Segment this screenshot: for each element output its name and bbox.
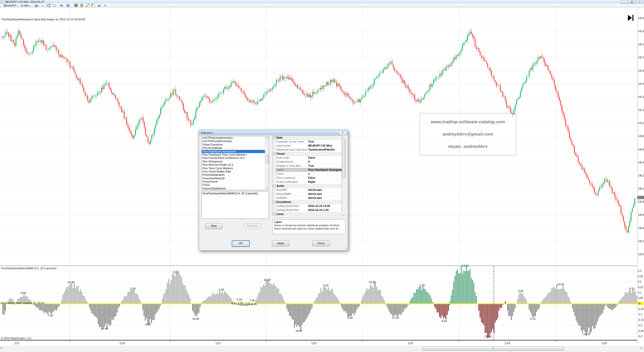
collapse-icon[interactable] <box>273 185 275 187</box>
scroll-up-icon[interactable] <box>265 136 269 140</box>
property-value[interactable]: 2010-12-23 14:00 <box>307 204 342 208</box>
scroll-right-arrow-icon[interactable] <box>641 347 642 349</box>
property-row[interactable]: Display in Data BoxTrue <box>273 164 342 168</box>
property-row[interactable]: SellWAVAlert2.wav <box>273 196 342 200</box>
property-group-row[interactable]: Exceptions <box>273 200 342 204</box>
indicator-list-item[interactable]: FuturesDashboard <box>202 187 269 190</box>
indicator-list-item[interactable]: Flux Fractal Pivot Confluence v4.2 <box>202 156 269 160</box>
property-value[interactable]: Right <box>307 180 342 184</box>
cursor-tool-button[interactable] <box>60 4 65 7</box>
property-row[interactable]: Scale justificationRight <box>273 180 342 184</box>
price-axis[interactable]: 142,60142,40142,20142,00141,80141,60141,… <box>637 8 644 346</box>
indicator-list-item[interactable]: ForexOracle <box>202 180 269 183</box>
property-value[interactable]: TwoHundredFiftySix <box>307 148 342 152</box>
property-value[interactable]: Flux Flashback Histograms <box>307 168 342 172</box>
scroll-down-icon[interactable] <box>265 186 269 190</box>
property-value[interactable]: Alert2.wav <box>307 188 342 192</box>
property-value[interactable]: Alert2.wav <box>307 196 342 200</box>
dialog-close-button[interactable] <box>339 131 347 135</box>
resize-grip[interactable] <box>345 247 347 250</box>
indicator-list-item[interactable]: eVoTPhtcomplementary <box>202 140 269 143</box>
apply-button[interactable]: Apply <box>272 240 290 246</box>
chart-region-button[interactable] <box>85 4 90 7</box>
property-group-row[interactable]: Data <box>273 136 342 140</box>
indicator-list-item[interactable]: FisherTransform <box>202 143 269 146</box>
collapse-icon[interactable] <box>273 213 275 215</box>
window-titlebar[interactable]: $EURJPY (15 Min) 2014-01-27 <box>0 0 644 4</box>
property-row[interactable]: Price marker(s)False <box>273 176 342 180</box>
indicator-list-item[interactable]: Flux Trend Stalker Elite <box>202 170 269 173</box>
property-value[interactable]: False <box>307 176 342 180</box>
property-row[interactable]: BuyWAVAlert2.wav <box>273 188 342 192</box>
property-group-row[interactable]: Visual <box>273 152 342 156</box>
bar-style-button[interactable] <box>34 4 39 7</box>
account-button[interactable] <box>91 4 96 7</box>
grid-view-button[interactable] <box>97 4 102 7</box>
indicator-list-item[interactable]: eVoTPhdcomplementary <box>202 136 269 140</box>
remove-button[interactable]: Remove <box>244 223 261 229</box>
indicator-list-item[interactable]: ForexDashboard1 <box>202 173 269 177</box>
minimize-button[interactable] <box>620 0 628 4</box>
property-value[interactable]: 1 <box>307 172 342 176</box>
property-grid-scrollbar[interactable] <box>342 136 346 217</box>
toolbar-grip[interactable] <box>1 4 2 7</box>
property-row[interactable]: Holiday1DateTime2010-12-23 14:00 <box>273 204 342 208</box>
drawing-tools-button[interactable] <box>40 4 45 7</box>
close-button[interactable] <box>636 0 643 4</box>
indicator-list-item[interactable]: Flux Reverse Radar v2.3 <box>202 163 269 166</box>
property-value[interactable]: True <box>307 164 342 168</box>
property-row[interactable]: Input series$EURJPY (15 Min) <box>273 144 342 148</box>
list-scrollbar-thumb[interactable] <box>265 155 269 163</box>
configured-indicators-box[interactable]: FluxFlashbackHisto(AMACD,5, 20 2-periods… <box>202 191 269 219</box>
indicator-list-item[interactable]: Flux Broadhead <box>202 146 269 150</box>
interval-label: 15 Min <box>20 4 29 7</box>
indicator-list-item[interactable]: Flux Flashback Time Cycle Markers <box>202 153 269 156</box>
property-group-row[interactable]: Lines <box>273 212 342 216</box>
property-value[interactable]: 0 <box>307 160 342 164</box>
zoom-in-button[interactable] <box>46 4 51 7</box>
property-value[interactable]: False <box>307 156 342 160</box>
property-value[interactable]: True <box>307 140 342 144</box>
collapse-icon[interactable] <box>273 153 275 155</box>
list-scrollbar[interactable] <box>265 136 269 190</box>
indicator-list-item[interactable]: Flux Flashback Histograms <box>202 150 269 153</box>
indicator-axis-label: -0,25 <box>638 330 644 332</box>
interval-dropdown[interactable]: 15 Min <box>19 4 31 7</box>
market-analyzer-button[interactable] <box>73 4 79 7</box>
close-dialog-button[interactable]: Close <box>312 240 330 246</box>
property-value[interactable]: Alert2.wav <box>307 192 342 196</box>
indicator-list-item[interactable]: FOSC <box>202 183 269 187</box>
property-scrollbar-thumb[interactable] <box>342 140 346 178</box>
scroll-left-arrow-icon[interactable] <box>1 347 2 349</box>
collapse-icon[interactable] <box>273 137 275 139</box>
property-row[interactable]: Panel1 <box>273 172 342 176</box>
indicator-list-item[interactable]: Flux Time Cycle Markers <box>202 167 269 170</box>
restore-button[interactable] <box>628 0 636 4</box>
scrollbar-thumb[interactable] <box>423 346 564 351</box>
property-row[interactable]: Holiday2DateTime2010-12-24 1:00 <box>273 208 342 212</box>
property-row[interactable]: Auto scaleFalse <box>273 156 342 160</box>
property-row[interactable]: Displacement0 <box>273 160 342 164</box>
scroll-up-icon[interactable] <box>342 136 346 139</box>
instrument-dropdown[interactable]: $EURJPY <box>3 4 19 7</box>
new-button[interactable]: New <box>205 223 222 229</box>
property-row[interactable]: LabelFlux Flashback Histograms <box>273 168 342 172</box>
property-row[interactable]: NeutralWAVAlert2.wav <box>273 192 342 196</box>
property-value[interactable]: 2010-12-24 1:00 <box>307 208 342 212</box>
indicator-list-item[interactable]: Flux Histograms <box>202 160 269 163</box>
scroll-down-icon[interactable] <box>342 214 346 217</box>
zoom-out-button[interactable] <box>52 4 57 7</box>
property-value[interactable]: $EURJPY (15 Min) <box>307 144 342 148</box>
property-row[interactable]: Calculate on bar closeTrue <box>273 140 342 144</box>
property-row[interactable]: Maximum bars look backTwoHundredFiftySix <box>273 148 342 152</box>
property-group-row[interactable]: Audio <box>273 184 342 188</box>
dialog-titlebar[interactable]: Indicators <box>199 130 348 135</box>
chart-type-button[interactable] <box>79 4 85 7</box>
share-button[interactable] <box>102 4 108 7</box>
indicator-list-item[interactable]: ForexDashboard2 <box>202 177 269 180</box>
configured-indicator-entry[interactable]: FluxFlashbackHisto(AMACD,5, 20 2-periods… <box>203 192 258 195</box>
price-axis-label: 141,60 <box>638 82 644 85</box>
data-magnifier-button[interactable] <box>65 4 71 7</box>
ok-button[interactable]: OK <box>232 240 250 247</box>
collapse-icon[interactable] <box>273 201 275 203</box>
